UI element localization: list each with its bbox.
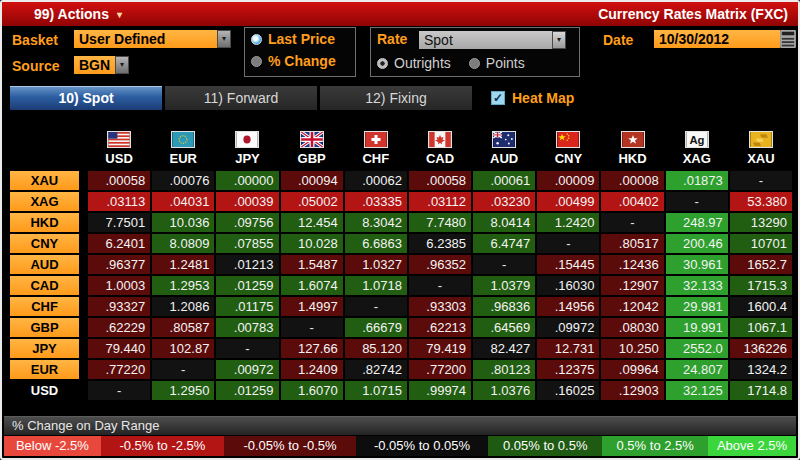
actions-menu[interactable]: 99) Actions ▾ [34, 6, 122, 22]
source-select[interactable]: BGN [74, 56, 120, 74]
matrix-cell-jpy-cad[interactable]: 79.419 [409, 339, 471, 358]
matrix-cell-cad-xag[interactable]: 32.133 [666, 276, 728, 295]
matrix-cell-cny-xau[interactable]: 10701 [730, 234, 792, 253]
matrix-cell-xag-xag[interactable]: - [666, 192, 728, 211]
column-header-xag[interactable]: AgXAG [666, 114, 728, 168]
matrix-cell-jpy-cny[interactable]: 12.731 [537, 339, 599, 358]
matrix-cell-hkd-cny[interactable]: 1.2420 [537, 213, 599, 232]
matrix-cell-cny-usd[interactable]: 6.2401 [88, 234, 150, 253]
matrix-cell-gbp-gbp[interactable]: - [281, 318, 343, 337]
matrix-cell-xau-xag[interactable]: .01873 [666, 171, 728, 190]
matrix-cell-jpy-eur[interactable]: 102.87 [152, 339, 214, 358]
column-header-usd[interactable]: USD [88, 114, 150, 168]
row-label-usd[interactable]: USD [10, 381, 79, 400]
matrix-cell-gbp-chf[interactable]: .66679 [345, 318, 407, 337]
column-header-jpy[interactable]: JPY [216, 114, 278, 168]
row-label-cad[interactable]: CAD [10, 276, 79, 295]
matrix-cell-chf-gbp[interactable]: 1.4997 [281, 297, 343, 316]
matrix-cell-chf-xau[interactable]: 1600.4 [730, 297, 792, 316]
matrix-cell-cny-gbp[interactable]: 10.028 [281, 234, 343, 253]
column-header-eur[interactable]: EUR [152, 114, 214, 168]
matrix-cell-jpy-gbp[interactable]: 127.66 [281, 339, 343, 358]
matrix-cell-cad-cny[interactable]: .16030 [537, 276, 599, 295]
matrix-cell-eur-eur[interactable]: - [152, 360, 214, 379]
matrix-cell-gbp-cad[interactable]: .62213 [409, 318, 471, 337]
matrix-cell-xau-hkd[interactable]: .00008 [601, 171, 663, 190]
matrix-cell-chf-eur[interactable]: 1.2086 [152, 297, 214, 316]
matrix-cell-cny-chf[interactable]: 6.6863 [345, 234, 407, 253]
column-header-gbp[interactable]: GBP [281, 114, 343, 168]
matrix-cell-chf-hkd[interactable]: .12042 [601, 297, 663, 316]
tab-spot[interactable]: 10) Spot [10, 86, 162, 110]
matrix-cell-cny-cny[interactable]: - [537, 234, 599, 253]
matrix-cell-eur-cad[interactable]: .77200 [409, 360, 471, 379]
matrix-cell-eur-cny[interactable]: .12375 [537, 360, 599, 379]
matrix-cell-aud-gbp[interactable]: 1.5487 [281, 255, 343, 274]
matrix-cell-xau-usd[interactable]: .00058 [88, 171, 150, 190]
matrix-cell-hkd-hkd[interactable]: - [601, 213, 663, 232]
row-label-jpy[interactable]: JPY [10, 339, 79, 358]
matrix-cell-xag-cad[interactable]: .03112 [409, 192, 471, 211]
matrix-cell-cad-hkd[interactable]: .12907 [601, 276, 663, 295]
basket-dropdown-arrow-icon[interactable]: ▾ [217, 30, 231, 48]
matrix-cell-xau-cny[interactable]: .00009 [537, 171, 599, 190]
matrix-cell-xag-chf[interactable]: .03335 [345, 192, 407, 211]
matrix-cell-xag-jpy[interactable]: .00039 [216, 192, 278, 211]
matrix-cell-aud-aud[interactable]: - [473, 255, 535, 274]
row-label-xag[interactable]: XAG [10, 192, 79, 211]
matrix-cell-jpy-chf[interactable]: 85.120 [345, 339, 407, 358]
column-header-chf[interactable]: CHF [345, 114, 407, 168]
matrix-cell-usd-xag[interactable]: 32.125 [666, 381, 728, 400]
outrights-radio[interactable] [377, 58, 388, 69]
row-label-xau[interactable]: XAU [10, 171, 79, 190]
pct-change-radio[interactable] [251, 56, 262, 67]
matrix-cell-cny-aud[interactable]: 6.4747 [473, 234, 535, 253]
matrix-cell-hkd-eur[interactable]: 10.036 [152, 213, 214, 232]
matrix-cell-cny-eur[interactable]: 8.0809 [152, 234, 214, 253]
matrix-cell-cad-gbp[interactable]: 1.6074 [281, 276, 343, 295]
matrix-cell-chf-cny[interactable]: .14956 [537, 297, 599, 316]
basket-select[interactable]: User Defined [74, 30, 222, 48]
points-radio[interactable] [469, 58, 480, 69]
matrix-cell-aud-cny[interactable]: .15445 [537, 255, 599, 274]
matrix-cell-chf-xag[interactable]: 29.981 [666, 297, 728, 316]
matrix-cell-usd-aud[interactable]: 1.0376 [473, 381, 535, 400]
matrix-cell-xag-cny[interactable]: .00499 [537, 192, 599, 211]
matrix-cell-hkd-aud[interactable]: 8.0414 [473, 213, 535, 232]
matrix-cell-cad-usd[interactable]: 1.0003 [88, 276, 150, 295]
matrix-cell-cny-jpy[interactable]: .07855 [216, 234, 278, 253]
matrix-cell-gbp-aud[interactable]: .64569 [473, 318, 535, 337]
date-input[interactable]: 10/30/2012 [654, 30, 780, 48]
row-label-cny[interactable]: CNY [10, 234, 79, 253]
matrix-cell-eur-xau[interactable]: 1324.2 [730, 360, 792, 379]
matrix-cell-jpy-xau[interactable]: 136226 [730, 339, 792, 358]
matrix-cell-usd-usd[interactable]: - [88, 381, 150, 400]
matrix-cell-cad-eur[interactable]: 1.2953 [152, 276, 214, 295]
matrix-cell-xau-xau[interactable]: - [730, 171, 792, 190]
column-header-xau[interactable]: XAU [730, 114, 792, 168]
matrix-cell-hkd-xau[interactable]: 13290 [730, 213, 792, 232]
matrix-cell-cad-xau[interactable]: 1715.3 [730, 276, 792, 295]
matrix-cell-xag-aud[interactable]: .03230 [473, 192, 535, 211]
matrix-cell-eur-gbp[interactable]: 1.2409 [281, 360, 343, 379]
matrix-cell-aud-usd[interactable]: .96377 [88, 255, 150, 274]
matrix-cell-eur-jpy[interactable]: .00972 [216, 360, 278, 379]
matrix-cell-cny-hkd[interactable]: .80517 [601, 234, 663, 253]
heat-map-toggle[interactable]: ✓ Heat Map [491, 86, 574, 110]
source-dropdown-arrow-icon[interactable]: ▾ [115, 56, 129, 74]
matrix-cell-aud-cad[interactable]: .96352 [409, 255, 471, 274]
matrix-cell-usd-xau[interactable]: 1714.8 [730, 381, 792, 400]
matrix-cell-usd-jpy[interactable]: .01259 [216, 381, 278, 400]
row-label-aud[interactable]: AUD [10, 255, 79, 274]
matrix-cell-eur-xag[interactable]: 24.807 [666, 360, 728, 379]
matrix-cell-gbp-hkd[interactable]: .08030 [601, 318, 663, 337]
matrix-cell-usd-gbp[interactable]: 1.6070 [281, 381, 343, 400]
matrix-cell-hkd-chf[interactable]: 8.3042 [345, 213, 407, 232]
matrix-cell-xag-gbp[interactable]: .05002 [281, 192, 343, 211]
matrix-cell-xau-chf[interactable]: .00062 [345, 171, 407, 190]
matrix-cell-xau-aud[interactable]: .00061 [473, 171, 535, 190]
tab-fixing[interactable]: 12) Fixing [320, 86, 472, 110]
matrix-cell-chf-aud[interactable]: .96836 [473, 297, 535, 316]
matrix-cell-aud-jpy[interactable]: .01213 [216, 255, 278, 274]
matrix-cell-gbp-xau[interactable]: 1067.1 [730, 318, 792, 337]
